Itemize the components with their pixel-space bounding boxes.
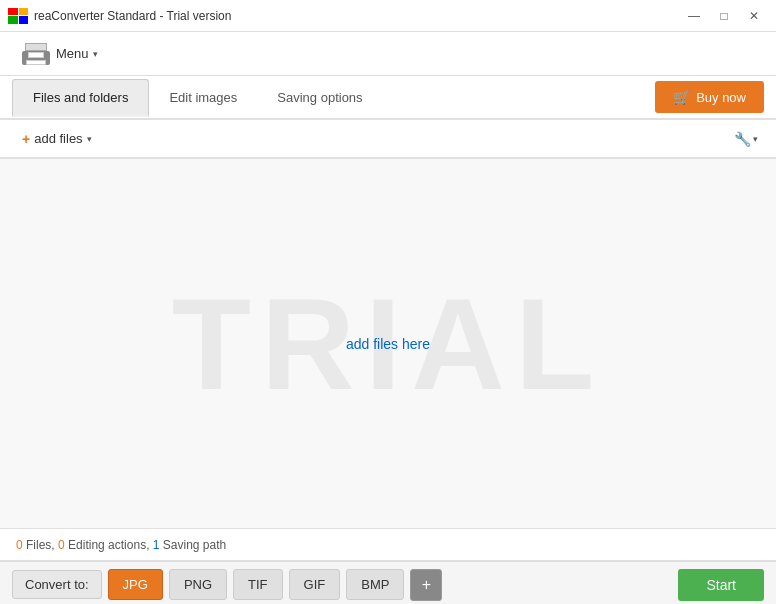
format-jpg-button[interactable]: JPG	[108, 569, 163, 600]
tab-edit-images[interactable]: Edit images	[149, 80, 257, 115]
tab-files-and-folders[interactable]: Files and folders	[12, 79, 149, 117]
start-button[interactable]: Start	[678, 569, 764, 601]
editing-actions-label: Editing actions,	[68, 538, 153, 552]
wrench-icon: 🔧	[734, 131, 751, 147]
printer-icon	[20, 40, 52, 68]
wrench-dropdown-icon: ▾	[753, 134, 758, 144]
menu-button[interactable]: Menu ▾	[12, 36, 106, 72]
buy-now-label: Buy now	[696, 90, 746, 105]
convert-to-label: Convert to:	[12, 570, 102, 599]
files-label: Files,	[26, 538, 58, 552]
tab-bar: Files and folders Edit images Saving opt…	[0, 76, 776, 120]
wrench-button[interactable]: 🔧 ▾	[728, 127, 764, 151]
format-gif-button[interactable]: GIF	[289, 569, 341, 600]
saving-path-label: Saving path	[163, 538, 226, 552]
add-format-button[interactable]: +	[410, 569, 442, 601]
bottom-bar: Convert to: JPG PNG TIF GIF BMP + Start	[0, 561, 776, 604]
minimize-button[interactable]: —	[680, 5, 708, 27]
buy-now-button[interactable]: 🛒 Buy now	[655, 81, 764, 113]
format-png-button[interactable]: PNG	[169, 569, 227, 600]
tab-saving-options[interactable]: Saving options	[257, 80, 382, 115]
add-files-label: add files	[34, 131, 82, 146]
menu-chevron-icon: ▾	[93, 49, 98, 59]
title-bar-controls: — □ ✕	[680, 5, 768, 27]
cart-icon: 🛒	[673, 89, 690, 105]
status-bar: 0 Files, 0 Editing actions, 1 Saving pat…	[0, 529, 776, 561]
menu-label: Menu	[56, 46, 89, 61]
maximize-button[interactable]: □	[710, 5, 738, 27]
app-icon	[8, 8, 28, 24]
add-files-button[interactable]: + add files ▾	[12, 126, 102, 152]
editing-actions-count: 0	[58, 538, 65, 552]
files-count: 0	[16, 538, 23, 552]
add-files-dropdown-icon: ▾	[87, 134, 92, 144]
main-content-area: TRIAL add files here	[0, 159, 776, 529]
saving-path-count: 1	[153, 538, 160, 552]
format-tif-button[interactable]: TIF	[233, 569, 283, 600]
app-title: reaConverter Standard - Trial version	[34, 9, 231, 23]
format-bmp-button[interactable]: BMP	[346, 569, 404, 600]
add-files-here-link[interactable]: add files here	[346, 336, 430, 352]
toolbar: + add files ▾ 🔧 ▾	[0, 120, 776, 158]
title-bar-left: reaConverter Standard - Trial version	[8, 8, 231, 24]
title-bar: reaConverter Standard - Trial version — …	[0, 0, 776, 32]
status-text: 0 Files, 0 Editing actions, 1 Saving pat…	[16, 538, 226, 552]
menu-bar: Menu ▾	[0, 32, 776, 76]
plus-icon: +	[22, 131, 30, 147]
toolbar-right: 🔧 ▾	[728, 127, 764, 151]
close-button[interactable]: ✕	[740, 5, 768, 27]
